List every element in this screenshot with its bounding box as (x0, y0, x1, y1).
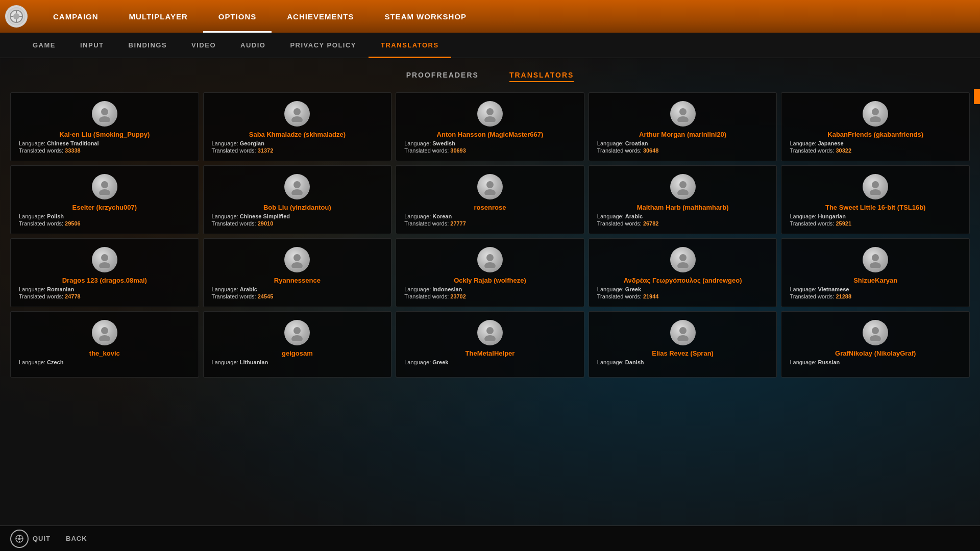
translator-words: Translated words: 24545 (212, 293, 274, 299)
subnav-privacy-policy[interactable]: PRIVACY POLICY (278, 33, 369, 58)
svg-point-15 (870, 116, 881, 122)
scroll-indicator[interactable] (974, 89, 980, 104)
avatar (863, 320, 888, 345)
nav-multiplayer[interactable]: MULTIPLAYER (114, 0, 203, 33)
quit-label: QUIT (33, 535, 51, 542)
top-navigation: CAMPAIGN MULTIPLAYER OPTIONS ACHIEVEMENT… (0, 0, 980, 33)
translator-card: Eselter (krzychu007) Language: Polish Tr… (10, 165, 199, 234)
nav-achievements[interactable]: ACHIEVEMENTS (272, 0, 369, 33)
tab-translators[interactable]: TRANSLATORS (509, 71, 574, 82)
avatar (284, 174, 310, 199)
avatar (284, 101, 310, 127)
svg-point-14 (872, 108, 879, 115)
translator-card: Arthur Morgan (marinlini20) Language: Cr… (589, 92, 777, 161)
tab-proofreaders[interactable]: PROOFREADERS (406, 71, 479, 82)
svg-point-23 (677, 189, 689, 195)
translator-name: Eselter (krzychu007) (19, 204, 190, 211)
subnav-game[interactable]: GAME (20, 33, 68, 58)
main-content[interactable]: PROOFREADERS TRANSLATORS Kai-en Liu (Smo… (0, 58, 980, 525)
translator-words: Translated words: 26782 (597, 220, 659, 227)
translator-card: Anton Hansson (MagicMaster667) Language:… (396, 92, 584, 161)
translator-card: geigosam Language: Lithuanian (203, 311, 392, 378)
avatar (670, 174, 696, 199)
subnav-input[interactable]: INPUT (68, 33, 116, 58)
avatar (92, 320, 117, 345)
avatar (863, 247, 888, 272)
translator-words: Translated words: 30693 (404, 147, 466, 154)
translator-language: Language: Greek (404, 359, 448, 365)
svg-point-31 (484, 262, 496, 268)
translator-language: Language: Chinese Simplified (212, 213, 290, 219)
translator-language: Language: Czech (19, 359, 63, 365)
translator-name: Saba Khmaladze (skhmaladze) (212, 131, 383, 138)
translator-words: Translated words: 27777 (404, 220, 466, 227)
svg-point-41 (484, 335, 496, 341)
svg-point-35 (870, 262, 881, 268)
translator-language: Language: Polish (19, 213, 64, 219)
svg-point-29 (291, 262, 303, 268)
translator-language: Language: Lithuanian (212, 359, 268, 365)
nav-steam-workshop[interactable]: STEAM WORKSHOP (369, 0, 482, 33)
translator-name: Arthur Morgan (marinlini20) (597, 131, 769, 138)
svg-point-44 (872, 327, 879, 334)
svg-point-30 (486, 254, 494, 261)
quit-button[interactable]: QUIT (10, 530, 51, 548)
svg-point-38 (293, 327, 301, 334)
translator-name: The Sweet Little 16-bit (TSL16b) (790, 204, 961, 211)
avatar (863, 101, 888, 127)
subnav-video[interactable]: VIDEO (179, 33, 228, 58)
translator-name: the_kovic (19, 349, 190, 357)
nav-campaign[interactable]: CAMPAIGN (38, 0, 114, 33)
svg-point-28 (293, 254, 301, 261)
subnav-audio[interactable]: AUDIO (228, 33, 278, 58)
svg-point-11 (484, 116, 496, 122)
translator-card: Ανδρέας Γεωργόπουλος (andrewgeo) Languag… (589, 238, 777, 307)
translator-card: Kai-en Liu (Smoking_Puppy) Language: Chi… (10, 92, 199, 161)
translator-language: Language: Korean (404, 213, 452, 219)
translator-words: Translated words: 21944 (597, 293, 659, 299)
translator-words: Translated words: 29010 (212, 220, 274, 227)
translator-name: Elias Revez (Spran) (597, 349, 769, 357)
svg-point-26 (101, 254, 108, 261)
translator-words: Translated words: 21288 (790, 293, 851, 299)
svg-point-17 (99, 189, 110, 195)
svg-point-10 (486, 108, 494, 115)
svg-point-18 (293, 181, 301, 188)
back-button[interactable]: BACK (66, 535, 87, 542)
translator-language: Language: Danish (597, 359, 644, 365)
translator-card: The Sweet Little 16-bit (TSL16b) Languag… (781, 165, 970, 234)
translator-name: Ανδρέας Γεωργόπουλος (andrewgeo) (597, 277, 769, 284)
svg-point-36 (101, 327, 108, 334)
translator-card: rosenrose Language: Korean Translated wo… (396, 165, 584, 234)
svg-point-6 (101, 108, 108, 115)
svg-point-32 (679, 254, 687, 261)
svg-point-22 (679, 181, 687, 188)
svg-point-27 (99, 262, 110, 268)
translators-grid: Kai-en Liu (Smoking_Puppy) Language: Chi… (10, 92, 970, 378)
translator-card: TheMetalHelper Language: Greek (396, 311, 584, 378)
svg-point-39 (291, 335, 303, 341)
nav-options[interactable]: OPTIONS (203, 0, 272, 33)
translator-words: Translated words: 30322 (790, 147, 851, 154)
subnav-translators[interactable]: TRANSLATORS (369, 33, 451, 58)
svg-point-43 (677, 335, 689, 341)
translator-card: Ockly Rajab (wolfheze) Language: Indones… (396, 238, 584, 307)
svg-point-51 (18, 537, 21, 540)
translator-language: Language: Georgian (212, 140, 264, 146)
logo[interactable] (5, 5, 28, 28)
translator-name: geigosam (212, 349, 383, 357)
svg-point-37 (99, 335, 110, 341)
translator-words: Translated words: 25921 (790, 220, 851, 227)
avatar (477, 101, 503, 127)
avatar (863, 174, 888, 199)
translator-language: Language: Romanian (19, 286, 74, 292)
subnav-bindings[interactable]: BINDINGS (116, 33, 180, 58)
svg-point-13 (677, 116, 689, 122)
svg-point-8 (293, 108, 301, 115)
translator-language: Language: Russian (790, 359, 840, 365)
translator-card: Elias Revez (Spran) Language: Danish (589, 311, 777, 378)
translator-card: Maitham Harb (maithamharb) Language: Ara… (589, 165, 777, 234)
svg-point-34 (872, 254, 879, 261)
translator-name: Anton Hansson (MagicMaster667) (404, 131, 576, 138)
translator-card: GrafNikolay (NikolayGraf) Language: Russ… (781, 311, 970, 378)
